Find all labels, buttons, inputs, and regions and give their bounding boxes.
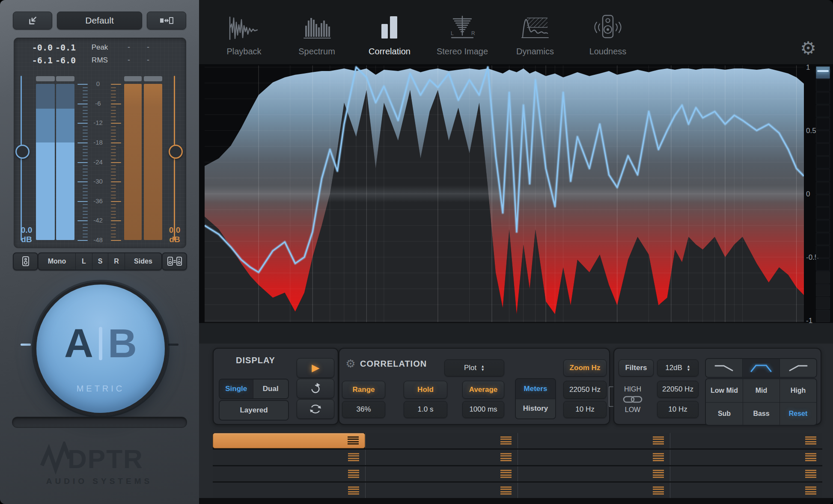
snapshot-lane[interactable] xyxy=(213,450,365,465)
monitor-left[interactable]: L xyxy=(75,253,92,270)
lane-drag-handle-icon[interactable] xyxy=(653,436,664,445)
lane-drag-handle-icon[interactable] xyxy=(500,453,512,461)
playback-progress-bar[interactable] xyxy=(12,417,187,428)
snapshot-lane[interactable] xyxy=(518,483,670,498)
restart-button[interactable] xyxy=(297,379,334,398)
band-low-mid-button[interactable]: Low Mid xyxy=(706,379,743,402)
average-value[interactable]: 1000 ms xyxy=(462,401,504,418)
monitor-sides[interactable]: Sides xyxy=(125,253,161,270)
lane-drag-handle-icon[interactable] xyxy=(500,486,512,495)
layered-button[interactable]: Layered xyxy=(220,401,288,420)
snapshot-lane[interactable] xyxy=(518,433,670,448)
tab-stereo-image[interactable]: L R Stereo Image xyxy=(426,5,499,60)
collapse-window-button[interactable] xyxy=(13,12,52,30)
meter-tick xyxy=(83,116,88,117)
tab-label: Loudness xyxy=(589,47,627,56)
loop-sync-button[interactable] xyxy=(297,399,334,419)
lane-drag-handle-icon[interactable] xyxy=(500,470,512,478)
correlation-meter-segment xyxy=(816,233,830,245)
speaker-match-button[interactable] xyxy=(162,252,187,270)
snapshot-lane[interactable] xyxy=(365,433,518,448)
meter-tick xyxy=(83,113,88,114)
zoom-low-value[interactable]: 10 Hz xyxy=(563,401,607,418)
snapshot-lane[interactable] xyxy=(365,483,518,498)
range-button[interactable]: Range xyxy=(342,381,385,399)
window-mode-button[interactable] xyxy=(147,12,186,30)
lane-drag-handle-icon[interactable] xyxy=(653,470,664,478)
band-select-grid: Low Mid Mid High Sub Bass Reset xyxy=(705,378,817,426)
meter-tick xyxy=(83,195,88,196)
slope-stepper[interactable]: 12dB ▲▼ xyxy=(657,359,699,377)
band-sub-button[interactable]: Sub xyxy=(706,402,743,425)
zoom-high-value[interactable]: 22050 Hz xyxy=(563,381,607,399)
b-gain-slider-handle[interactable] xyxy=(169,145,183,159)
tab-correlation[interactable]: Correlation xyxy=(353,5,426,60)
hold-value[interactable]: 1.0 s xyxy=(404,401,447,418)
tab-dynamics[interactable]: Dynamics xyxy=(499,5,571,60)
meter-tick xyxy=(111,162,121,163)
band-high-button[interactable]: High xyxy=(779,379,816,402)
correlation-gear-icon[interactable]: ⚙ xyxy=(344,357,357,371)
band-reset-button[interactable]: Reset xyxy=(779,402,816,425)
snapshot-lane[interactable] xyxy=(213,466,365,482)
filter-low-value[interactable]: 10 Hz xyxy=(657,401,699,418)
snapshot-lane[interactable] xyxy=(670,466,822,482)
single-button[interactable]: Single xyxy=(220,379,253,398)
monitor-right[interactable]: R xyxy=(108,253,125,270)
band-bass-button[interactable]: Bass xyxy=(743,402,779,425)
bandpass-filter-button[interactable] xyxy=(742,359,779,377)
tab-spectrum[interactable]: Spectrum xyxy=(280,5,353,60)
dynamics-curve-icon xyxy=(518,9,552,47)
snapshot-lane[interactable] xyxy=(213,483,365,498)
correlation-title: CORRELATION xyxy=(360,359,427,369)
preset-selector[interactable]: Default xyxy=(57,12,142,30)
lane-drag-handle-icon[interactable] xyxy=(805,486,816,495)
snapshot-lane[interactable] xyxy=(670,433,822,448)
meter-tick xyxy=(111,237,116,237)
meter-tick xyxy=(111,208,116,208)
dual-button[interactable]: Dual xyxy=(253,379,288,398)
lane-drag-handle-icon[interactable] xyxy=(348,470,359,478)
zoom-hz-button[interactable]: Zoom Hz xyxy=(563,359,607,377)
monitor-solo[interactable]: S xyxy=(92,253,108,270)
lane-drag-handle-icon[interactable] xyxy=(805,436,816,445)
play-button[interactable]: ▶ xyxy=(297,358,334,378)
band-mid-button[interactable]: Mid xyxy=(743,379,779,402)
tab-playback[interactable]: Playback xyxy=(208,5,280,60)
lowpass-filter-button[interactable] xyxy=(706,359,742,377)
lane-drag-handle-icon[interactable] xyxy=(348,436,359,445)
lane-drag-handle-icon[interactable] xyxy=(805,470,816,478)
tab-loudness[interactable]: Loudness xyxy=(571,5,644,60)
highpass-filter-button[interactable] xyxy=(779,359,816,377)
average-button[interactable]: Average xyxy=(462,381,504,399)
monitor-mono[interactable]: Mono xyxy=(39,253,75,270)
speaker-a-button[interactable] xyxy=(13,252,38,270)
lane-drag-handle-icon[interactable] xyxy=(653,453,664,461)
lane-drag-handle-icon[interactable] xyxy=(348,453,359,461)
hold-button[interactable]: Hold xyxy=(404,381,447,399)
filters-button[interactable]: Filters xyxy=(619,359,654,377)
correlation-plot xyxy=(205,65,804,323)
history-button[interactable]: History xyxy=(516,399,555,419)
snapshot-lane[interactable] xyxy=(365,450,518,465)
lane-drag-handle-icon[interactable] xyxy=(805,453,816,461)
plot-mode-dropdown[interactable]: Plot ▲▼ xyxy=(444,359,504,377)
snapshot-lane[interactable] xyxy=(365,466,518,482)
settings-gear-icon[interactable]: ⚙ xyxy=(797,37,819,59)
meter-tick xyxy=(111,198,116,199)
snapshot-lane[interactable] xyxy=(670,483,822,498)
snapshot-lane[interactable] xyxy=(670,450,822,465)
snapshot-lane-active[interactable] xyxy=(213,433,365,448)
meters-button[interactable]: Meters xyxy=(516,379,555,399)
meter-tick xyxy=(83,120,88,121)
filter-high-value[interactable]: 22050 Hz xyxy=(657,381,699,398)
snapshot-lane[interactable] xyxy=(518,466,670,482)
lane-drag-handle-icon[interactable] xyxy=(653,486,664,495)
lane-drag-handle-icon[interactable] xyxy=(348,486,359,495)
lane-drag-handle-icon[interactable] xyxy=(500,436,512,445)
range-value[interactable]: 36% xyxy=(342,401,385,418)
ab-crossfade-knob[interactable]: A B METRIC xyxy=(33,282,168,416)
a-gain-slider-handle[interactable] xyxy=(15,145,30,159)
snapshot-lane[interactable] xyxy=(518,450,670,465)
link-chain-icon[interactable] xyxy=(623,395,643,404)
